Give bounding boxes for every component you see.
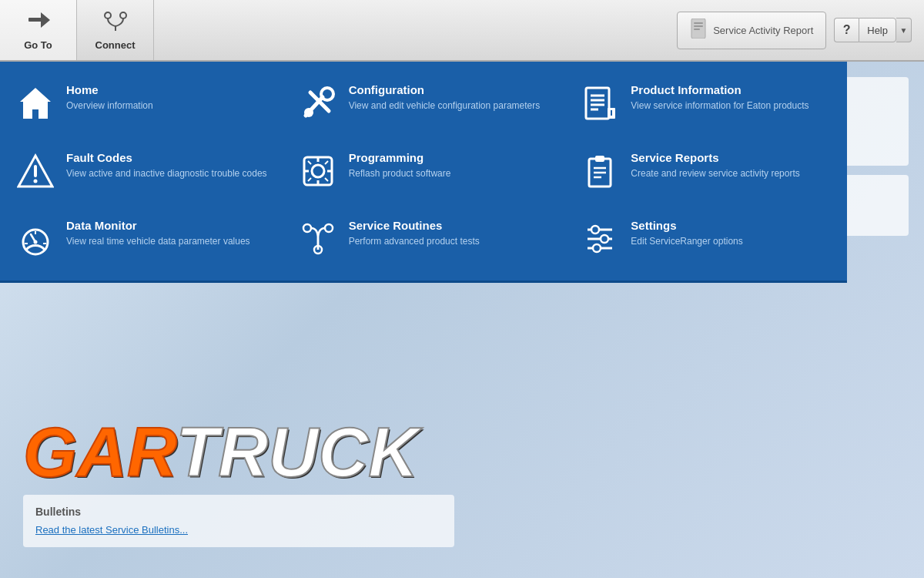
logo-truck: TRUCK (176, 414, 418, 491)
sliders-icon (580, 219, 620, 259)
product-info-icon (580, 83, 620, 123)
svg-line-33 (308, 178, 311, 181)
menu-item-data-monitor-desc: View real time vehicle data parameter va… (66, 235, 267, 248)
menu-grid: Home Overview information Configuration … (0, 69, 847, 273)
svg-line-30 (308, 161, 311, 164)
svg-point-23 (34, 180, 38, 183)
menu-item-service-reports-text: Service Reports Create and review servic… (631, 151, 832, 180)
menu-item-service-reports-title: Service Reports (631, 151, 832, 164)
menu-item-configuration[interactable]: Configuration View and edit vehicle conf… (283, 69, 565, 137)
warning-icon (15, 151, 55, 191)
service-activity-report-button[interactable]: Service Activity Report (677, 12, 826, 49)
menu-item-home-desc: Overview information (66, 99, 267, 113)
service-activity-label: Service Activity Report (713, 25, 813, 36)
menu-item-programming-text: Programming Reflash product software (349, 151, 550, 180)
menu-item-settings-desc: Edit ServiceRanger options (631, 235, 832, 248)
document-report-icon (690, 18, 707, 42)
svg-rect-14 (586, 88, 609, 119)
menu-item-product-information[interactable]: Product Information View service informa… (564, 69, 847, 137)
svg-line-31 (325, 178, 328, 181)
goto-button[interactable]: Go To (0, 0, 77, 60)
svg-rect-8 (694, 29, 700, 30)
wrench-icon (298, 83, 338, 123)
goto-label: Go To (24, 39, 52, 51)
menu-item-home[interactable]: Home Overview information (0, 69, 283, 137)
menu-item-fault-codes-text: Fault Codes View active and inactive dia… (66, 151, 267, 180)
connect-icon (103, 9, 128, 36)
svg-rect-7 (694, 25, 703, 27)
menu-item-home-title: Home (66, 83, 267, 96)
menu-item-product-information-text: Product Information View service informa… (631, 83, 832, 113)
menu-item-programming-desc: Reflash product software (349, 167, 550, 180)
svg-point-3 (120, 12, 126, 18)
logo-gar: GAR (23, 414, 176, 491)
menu-item-service-routines-title: Service Routines (349, 219, 550, 232)
menu-item-service-routines-text: Service Routines Perform advanced produc… (349, 219, 550, 248)
nodes-icon (298, 219, 338, 259)
menu-item-fault-codes-desc: View active and inactive diagnostic trou… (66, 167, 267, 180)
goto-arrow-icon (27, 9, 50, 36)
menu-item-settings-text: Settings Edit ServiceRanger options (631, 219, 832, 248)
svg-point-13 (304, 108, 313, 117)
help-question-button[interactable]: ? (834, 18, 859, 42)
menu-item-data-monitor[interactable]: Data Monitor View real time vehicle data… (0, 205, 283, 273)
service-bulletins-card: Bulletins Read the latest Service Bullet… (23, 495, 454, 547)
svg-point-51 (591, 226, 599, 234)
service-bulletins-heading: Bulletins (35, 506, 442, 518)
svg-point-53 (593, 244, 601, 252)
toolbar: Go To Connect Service Activity Report ? … (0, 0, 924, 62)
menu-item-product-information-title: Product Information (631, 83, 832, 96)
svg-rect-0 (28, 18, 42, 22)
menu-item-settings[interactable]: Settings Edit ServiceRanger options (564, 205, 847, 273)
menu-item-product-information-desc: View service information for Eaton produ… (631, 99, 832, 113)
svg-point-52 (601, 235, 608, 243)
svg-point-45 (303, 224, 311, 232)
svg-point-12 (321, 88, 333, 100)
menu-item-configuration-desc: View and edit vehicle configuration para… (349, 99, 550, 113)
help-button-group: ? Help ▼ (834, 18, 912, 42)
goto-dropdown-menu: Home Overview information Configuration … (0, 62, 847, 283)
svg-rect-35 (595, 156, 604, 162)
home-icon (15, 83, 55, 123)
menu-item-service-reports[interactable]: Service Reports Create and review servic… (564, 137, 847, 205)
menu-item-service-routines-desc: Perform advanced product tests (349, 235, 550, 248)
logo-area: GARTRUCK (23, 418, 454, 487)
menu-item-data-monitor-text: Data Monitor View real time vehicle data… (66, 219, 267, 248)
menu-item-configuration-title: Configuration (349, 83, 550, 96)
menu-item-configuration-text: Configuration View and edit vehicle conf… (349, 83, 550, 113)
svg-point-41 (34, 240, 38, 244)
clipboard-icon (580, 151, 620, 191)
service-bulletins-link[interactable]: Read the latest Service Bulletins... (35, 524, 188, 536)
svg-marker-9 (20, 88, 51, 119)
svg-rect-6 (694, 22, 703, 24)
menu-item-data-monitor-title: Data Monitor (66, 219, 267, 232)
svg-point-2 (105, 12, 111, 18)
menu-item-programming[interactable]: Programming Reflash product software (283, 137, 565, 205)
svg-line-32 (325, 161, 328, 164)
menu-item-fault-codes-title: Fault Codes (66, 151, 267, 164)
menu-item-service-routines[interactable]: Service Routines Perform advanced produc… (283, 205, 565, 273)
speedometer-icon (15, 219, 55, 259)
menu-item-home-text: Home Overview information (66, 83, 267, 113)
logo-text: GARTRUCK (23, 418, 454, 487)
svg-marker-1 (41, 12, 50, 28)
connect-label: Connect (95, 39, 136, 51)
help-dropdown-arrow[interactable]: ▼ (896, 18, 912, 42)
menu-item-fault-codes[interactable]: Fault Codes View active and inactive dia… (0, 137, 283, 205)
help-label-button[interactable]: Help (859, 18, 896, 42)
menu-item-settings-title: Settings (631, 219, 832, 232)
connect-button[interactable]: Connect (77, 0, 154, 60)
menu-item-service-reports-desc: Create and review service activity repor… (631, 167, 832, 180)
svg-point-46 (325, 224, 333, 232)
menu-item-programming-title: Programming (349, 151, 550, 164)
svg-point-25 (312, 165, 324, 177)
gear-icon (298, 151, 338, 191)
